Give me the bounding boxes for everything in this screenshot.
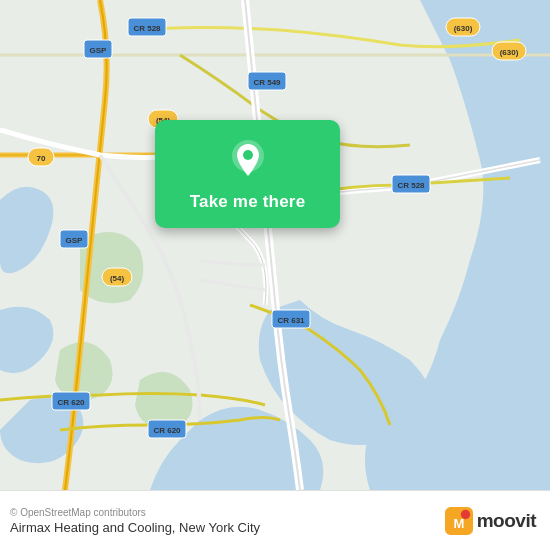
svg-text:GSP: GSP	[90, 46, 108, 55]
svg-text:CR 549: CR 549	[253, 78, 281, 87]
svg-text:CR 620: CR 620	[57, 398, 85, 407]
svg-text:CR 528: CR 528	[397, 181, 425, 190]
moovit-text: moovit	[477, 510, 536, 532]
moovit-logo: M moovit	[445, 507, 536, 535]
svg-point-31	[243, 150, 253, 160]
svg-text:70: 70	[37, 154, 46, 163]
svg-text:M: M	[453, 515, 464, 530]
svg-text:(630): (630)	[500, 48, 519, 57]
business-name: Airmax Heating and Cooling, New York Cit…	[10, 520, 260, 535]
bottom-bar: © OpenStreetMap contributors Airmax Heat…	[0, 490, 550, 550]
moovit-icon: M	[445, 507, 473, 535]
map-svg: CR 528 CR 549 (630) (630) GSP (54) 70 GS…	[0, 0, 550, 490]
left-section: © OpenStreetMap contributors Airmax Heat…	[10, 507, 260, 535]
svg-text:CR 620: CR 620	[153, 426, 181, 435]
svg-text:(54): (54)	[110, 274, 125, 283]
attribution: © OpenStreetMap contributors	[10, 507, 260, 518]
map-container: CR 528 CR 549 (630) (630) GSP (54) 70 GS…	[0, 0, 550, 490]
svg-text:GSP: GSP	[66, 236, 84, 245]
take-me-there-label: Take me there	[190, 192, 306, 212]
take-me-there-card[interactable]: Take me there	[155, 120, 340, 228]
svg-text:(630): (630)	[454, 24, 473, 33]
svg-text:CR 528: CR 528	[133, 24, 161, 33]
svg-text:CR 631: CR 631	[277, 316, 305, 325]
location-pin-icon	[226, 138, 270, 182]
